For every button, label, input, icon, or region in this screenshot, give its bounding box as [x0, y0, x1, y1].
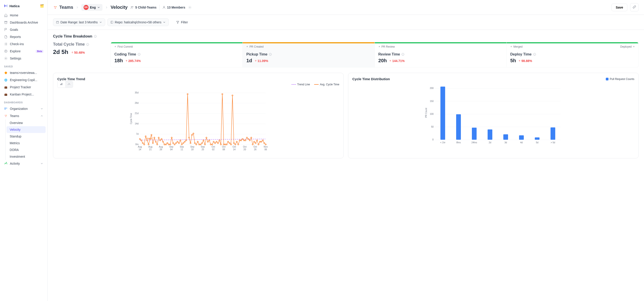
- save-button[interactable]: Save: [612, 4, 627, 11]
- stage-title: Deploy Time: [510, 52, 532, 56]
- svg-line-69: [140, 139, 266, 140]
- chart-title: Cycle Time Trend: [57, 77, 339, 81]
- flag-icon: [4, 28, 8, 32]
- svg-point-90: [167, 142, 168, 144]
- saved-item[interactable]: 🌐Engineering Copil...: [2, 76, 46, 84]
- copy-link-button[interactable]: [630, 3, 638, 12]
- info-icon[interactable]: [401, 53, 404, 56]
- nav-subitem-dora[interactable]: DORA: [6, 146, 46, 153]
- nav-subitem-metrics[interactable]: Metrics: [6, 140, 46, 146]
- svg-rect-176: [488, 130, 492, 140]
- svg-point-131: [226, 144, 227, 145]
- gear-icon: [4, 56, 8, 60]
- svg-point-133: [229, 142, 230, 144]
- chevron-down-icon: [40, 162, 43, 165]
- svg-text:14d: 14d: [135, 122, 139, 125]
- info-icon[interactable]: [138, 53, 141, 56]
- saved-item[interactable]: 🔶teams>overviewa...: [2, 69, 46, 76]
- svg-point-75: [145, 136, 146, 137]
- nav-item-explore[interactable]: ExploreBeta: [2, 48, 46, 55]
- svg-text:26: 26: [254, 148, 256, 151]
- arrow-up-icon: [125, 60, 128, 62]
- svg-point-71: [139, 138, 140, 140]
- stage-deploy-time[interactable]: Merged Deployed Deploy Time 5h 98.88%: [506, 42, 638, 67]
- svg-point-139: [238, 144, 239, 145]
- svg-text:50: 50: [431, 126, 434, 128]
- stage-pickup-time[interactable]: PR Created Pickup Time 1d 11.09%: [242, 42, 374, 67]
- svg-point-77: [148, 144, 149, 145]
- svg-point-10: [54, 6, 55, 7]
- nav-item-dashboards-archive[interactable]: Dashboards Archive: [2, 19, 46, 26]
- dashboard-group-organization[interactable]: Organization: [2, 105, 46, 112]
- nav-item-check-ins[interactable]: Check-ins: [2, 40, 46, 48]
- nav-item-reports[interactable]: Reports: [2, 33, 46, 40]
- members-meta[interactable]: 13 Members: [162, 6, 186, 9]
- breadcrumb-teams[interactable]: Teams: [53, 5, 73, 10]
- svg-text:21d: 21d: [135, 112, 139, 114]
- gear-icon[interactable]: [188, 6, 192, 9]
- svg-rect-26: [61, 84, 62, 85]
- svg-rect-1: [5, 22, 7, 24]
- nav-item-goals[interactable]: Goals: [2, 26, 46, 33]
- nav-subitem-velocity[interactable]: Velocity: [6, 126, 46, 133]
- svg-text:Sep: Sep: [190, 146, 194, 148]
- dashboard-group-teams[interactable]: Teams: [2, 112, 46, 120]
- nav-subitem-overview[interactable]: Overview: [6, 120, 46, 126]
- saved-item-icon: 💼: [4, 92, 8, 96]
- link-icon: [632, 5, 636, 9]
- svg-text:200: 200: [430, 87, 434, 90]
- svg-point-127: [220, 144, 221, 145]
- svg-point-153: [258, 144, 259, 145]
- stage-coding-time[interactable]: First Commit Coding Time 18h 285.74%: [111, 42, 242, 67]
- svg-text:Nov: Nov: [264, 146, 268, 148]
- archive-icon: [4, 21, 8, 24]
- svg-point-148: [251, 137, 252, 138]
- filter-button[interactable]: Filter: [173, 19, 190, 26]
- svg-point-132: [228, 141, 229, 142]
- svg-text:11: 11: [181, 148, 183, 151]
- filter-icon: [176, 20, 180, 24]
- nav-item-home[interactable]: Home: [2, 12, 46, 19]
- svg-text:Cycle Time: Cycle Time: [130, 113, 132, 124]
- svg-point-7: [5, 115, 6, 116]
- info-icon[interactable]: [269, 53, 272, 56]
- breadcrumb: Teams EN Eng Velocity: [53, 4, 128, 11]
- arrow-up-right-icon: [632, 46, 635, 48]
- info-icon[interactable]: [533, 53, 536, 56]
- svg-text:7d: 7d: [136, 133, 138, 135]
- info-icon[interactable]: [86, 43, 89, 46]
- dashboard-group-activity[interactable]: Activity: [2, 160, 46, 167]
- svg-point-72: [141, 140, 142, 141]
- nav-item-settings[interactable]: Settings: [2, 55, 46, 62]
- section-title: Cycle Time Breakdown: [53, 34, 638, 38]
- nav-subitem-investment[interactable]: Investment: [6, 153, 46, 160]
- svg-text:25: 25: [202, 148, 204, 151]
- stage-title: Coding Time: [114, 52, 136, 56]
- svg-text:21: 21: [149, 148, 152, 151]
- svg-rect-17: [56, 21, 59, 23]
- svg-point-95: [174, 144, 175, 145]
- workspace-icon[interactable]: 🗂️: [40, 4, 44, 8]
- date-range-selector[interactable]: Date Range: last 3 Months: [53, 18, 105, 26]
- bar-chart-icon: [60, 82, 63, 86]
- brand-logo[interactable]: Hatica: [4, 4, 20, 8]
- saved-item[interactable]: 💼Kanban Project...: [2, 91, 46, 98]
- svg-point-129: [223, 144, 224, 145]
- svg-point-141: [241, 140, 242, 141]
- stage-start-label: PR Created: [246, 45, 264, 48]
- chevron-right-icon: [105, 6, 108, 9]
- svg-rect-27: [62, 83, 62, 85]
- nav-subitem-standup[interactable]: Standup: [6, 133, 46, 140]
- svg-point-154: [259, 141, 260, 142]
- saved-item[interactable]: 💼Project Tracker: [2, 84, 46, 91]
- scatter-chart-toggle[interactable]: [65, 81, 73, 88]
- stage-review-time[interactable]: PR Review Review Time 20h 144.71%: [374, 42, 506, 67]
- info-icon[interactable]: [94, 35, 97, 38]
- breadcrumb-team-selector[interactable]: EN Eng: [81, 4, 102, 11]
- bar-chart-toggle[interactable]: [58, 81, 65, 88]
- repo-selector[interactable]: Repo: haticahq/chrono+58 others: [108, 18, 169, 26]
- child-teams-meta[interactable]: 5 Child-Teams: [130, 6, 156, 9]
- saved-item-icon: 🌐: [4, 78, 8, 82]
- svg-point-157: [264, 142, 265, 144]
- svg-point-82: [155, 141, 156, 142]
